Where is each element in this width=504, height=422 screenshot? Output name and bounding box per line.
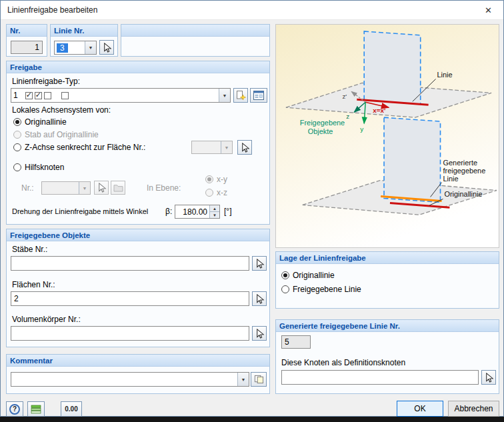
lage-radio-freigegebene-linie[interactable]: Freigegebene Linie [281, 285, 361, 294]
beta-spinner[interactable]: ▲ ▼ [175, 205, 220, 219]
typ-new-button[interactable] [233, 88, 248, 103]
generierte-linie-group: Generierte freigegebene Linie Nr. 5 Dies… [275, 319, 499, 394]
top-vertical-surface [364, 31, 420, 104]
pick-cursor-icon [255, 294, 265, 304]
generierte-group-header: Generierte freigegebene Linie Nr. [276, 320, 499, 332]
originallinie-label: Originallinie [444, 190, 482, 198]
lage-group-header: Lage der Linienfreigabe [276, 252, 499, 264]
in-ebene-label: In Ebene: [147, 183, 181, 193]
radio-zachse[interactable]: Z-Achse senkrecht zur Fläche Nr.: [13, 143, 145, 152]
radio-dot [281, 285, 289, 293]
pick-cursor-icon [484, 373, 494, 383]
linienfreigabe-typ-combo[interactable]: 1 ▼ [11, 88, 231, 103]
radio-xz: x-z [205, 188, 227, 197]
help-button[interactable]: ? [6, 401, 23, 417]
cancel-button[interactable]: Abbrechen [448, 401, 499, 417]
beta-input[interactable] [175, 205, 209, 218]
dropdown-arrow-icon: ▼ [219, 89, 230, 102]
decimals-label: 0.00 [65, 405, 77, 413]
diagram-svg: z' x=x' z y Freigegebene Objekte Linie G… [276, 25, 499, 247]
radio-hilfsknoten-label: Hilfsknoten [25, 163, 64, 172]
nr-field: 1 [11, 41, 43, 54]
checkbox-checked-icon [35, 92, 42, 99]
achsensystem-label: Lokales Achsensystem von: [12, 105, 111, 115]
volumenkoerper-pick-button[interactable] [252, 326, 267, 341]
lage-radio-originallinie[interactable]: Originallinie [281, 271, 335, 280]
volumenkoerper-label: Volumenkörper Nr.: [12, 315, 81, 324]
radio-hilfsknoten[interactable]: Hilfsknoten [13, 163, 64, 172]
units-icon [31, 405, 41, 414]
knoten-input[interactable] [281, 370, 479, 385]
degree-unit-label: [°] [224, 207, 231, 216]
checkbox-unchecked-icon [44, 92, 51, 99]
beta-label: β: [165, 207, 172, 216]
staebe-pick-button[interactable] [252, 256, 267, 271]
units-button[interactable] [27, 401, 45, 417]
freigegebene-objekte-group: Freigegebene Objekte Stäbe Nr.: Flächen … [6, 229, 270, 347]
radio-stab-auf-originallinie: Stab auf Originallinie [13, 130, 99, 139]
freigegebene-objekte-label-1: Freigegebene [300, 119, 345, 127]
radio-originallinie[interactable]: Originallinie [13, 117, 67, 127]
objekte-group-header: Freigegebene Objekte [7, 229, 269, 241]
radio-xz-label: x-z [217, 188, 227, 197]
zachse-flaeche-combo: ▼ [191, 141, 233, 154]
checkbox-unchecked-icon [61, 92, 69, 99]
flaechen-input[interactable] [11, 291, 249, 306]
title-bar: Linienfreigabe bearbeiten ✕ [1, 1, 503, 20]
close-icon: ✕ [485, 5, 492, 15]
cancel-label: Abbrechen [454, 404, 493, 413]
linie-nr-combo[interactable]: 3 ▼ [54, 41, 97, 55]
kommentar-combo[interactable]: ▼ [11, 372, 249, 387]
freigegebene-objekte-label-2: Objekte [308, 127, 333, 135]
pick-cursor-icon [255, 329, 265, 339]
radio-dot [205, 189, 213, 197]
generated-line-nr-field: 5 [281, 335, 311, 349]
knoten-pick-button[interactable] [481, 370, 496, 385]
radio-dot [13, 118, 21, 126]
definitionsknoten-label: Diese Knoten als Definitionsknoten [281, 358, 405, 367]
hilfsknoten-nr-combo: ▼ [41, 181, 91, 195]
volumenkoerper-input[interactable] [11, 326, 249, 341]
radio-dot [13, 131, 21, 139]
staebe-label: Stäbe Nr.: [12, 245, 47, 254]
generierte-label-3: Linie [443, 175, 459, 183]
radio-dot [281, 271, 289, 279]
lage-group: Lage der Linienfreigabe Originallinie Fr… [275, 251, 499, 309]
pick-cursor-icon [102, 43, 112, 53]
generierte-label-2: freigegebene [443, 167, 486, 175]
hilfsknoten-folder-button [111, 181, 125, 195]
spin-down-icon[interactable]: ▼ [210, 211, 219, 218]
linie-nr-group: Linie Nr. 3 ▼ [50, 24, 118, 57]
lage-radio-freigegebene-label: Freigegebene Linie [293, 285, 361, 294]
spin-up-icon[interactable]: ▲ [210, 205, 219, 211]
radio-dot [13, 143, 21, 151]
typ-number: 1 [13, 91, 18, 100]
staebe-input[interactable] [11, 256, 249, 271]
axis-x-label: x=x' [373, 107, 385, 114]
kommentar-apply-button[interactable] [251, 372, 267, 387]
flaechen-pick-button[interactable] [252, 291, 267, 306]
close-button[interactable]: ✕ [473, 1, 503, 19]
flaechen-label: Flächen Nr.: [12, 280, 55, 289]
hilfsknoten-nr-label: Nr.: [21, 183, 34, 193]
kommentar-group-header: Kommentar [7, 355, 269, 367]
radio-zachse-label: Z-Achse senkrecht zur Fläche Nr.: [25, 143, 145, 152]
kommentar-group: Kommentar ▼ [6, 354, 270, 394]
help-icon: ? [9, 404, 20, 415]
kommentar-value [11, 373, 237, 386]
radio-dot [13, 163, 21, 171]
dropdown-arrow-icon: ▼ [221, 141, 232, 153]
linie-nr-value: 3 [57, 43, 68, 53]
decimals-button[interactable]: 0.00 [61, 401, 82, 417]
pick-cursor-icon [240, 143, 250, 153]
dropdown-arrow-icon: ▼ [79, 182, 90, 194]
freigabe-group: Freigabe Linienfreigabe-Typ: 1 ▼ [6, 61, 270, 225]
zachse-pick-button[interactable] [237, 140, 252, 155]
folder-icon [113, 183, 123, 192]
linie-pick-button[interactable] [99, 40, 114, 55]
ok-label: OK [414, 404, 425, 413]
empty-group-header [121, 25, 269, 37]
ok-button[interactable]: OK [397, 401, 443, 417]
taskbar-strip [0, 417, 504, 422]
typ-edit-button[interactable] [250, 88, 267, 103]
